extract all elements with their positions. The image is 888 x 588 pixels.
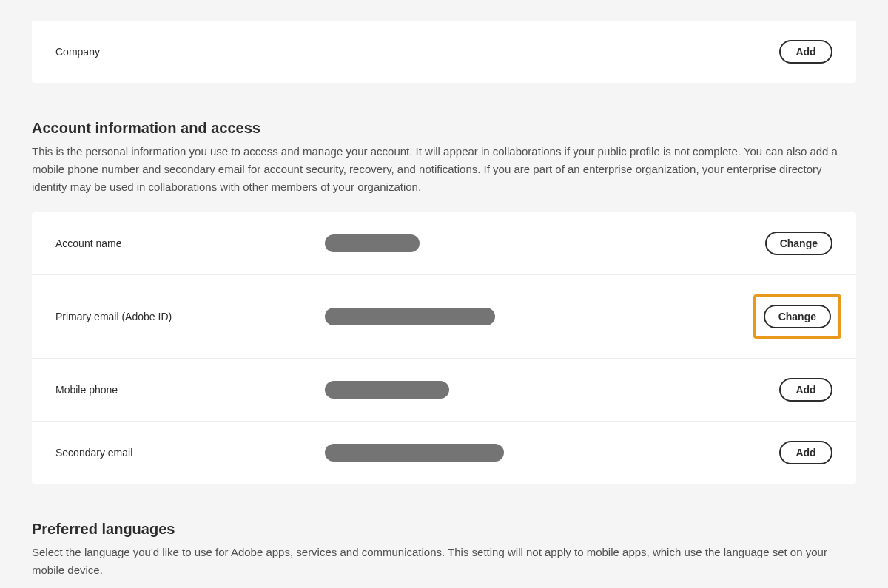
account-info-card: Account name Change Primary email (Adobe… bbox=[32, 212, 856, 484]
company-label: Company bbox=[56, 46, 325, 58]
mobile-phone-add-button[interactable]: Add bbox=[779, 378, 832, 402]
account-name-redacted bbox=[325, 234, 420, 252]
secondary-email-add-button[interactable]: Add bbox=[779, 441, 832, 464]
primary-email-redacted bbox=[325, 308, 495, 325]
account-info-title: Account information and access bbox=[32, 120, 856, 137]
primary-email-highlight: Change bbox=[753, 294, 841, 339]
mobile-phone-row: Mobile phone Add bbox=[32, 358, 856, 421]
mobile-phone-redacted bbox=[325, 381, 449, 399]
mobile-phone-label: Mobile phone bbox=[56, 384, 325, 396]
secondary-email-label: Secondary email bbox=[56, 447, 325, 459]
primary-email-label: Primary email (Adobe ID) bbox=[56, 311, 325, 322]
company-add-button[interactable]: Add bbox=[779, 40, 832, 64]
secondary-email-row: Secondary email Add bbox=[32, 421, 856, 484]
company-row: Company Add bbox=[32, 21, 856, 83]
account-name-label: Account name bbox=[56, 237, 325, 249]
primary-email-row: Primary email (Adobe ID) Change bbox=[32, 274, 856, 358]
account-name-change-button[interactable]: Change bbox=[765, 232, 832, 255]
account-name-value bbox=[325, 234, 765, 252]
account-info-description: This is the personal information you use… bbox=[32, 143, 856, 196]
secondary-email-redacted bbox=[325, 444, 504, 462]
preferred-languages-title: Preferred languages bbox=[32, 521, 856, 538]
primary-email-change-button[interactable]: Change bbox=[764, 305, 831, 328]
primary-email-value bbox=[325, 308, 753, 325]
mobile-phone-value bbox=[325, 381, 779, 399]
company-card: Company Add bbox=[32, 21, 856, 83]
secondary-email-value bbox=[325, 444, 779, 462]
account-name-row: Account name Change bbox=[32, 212, 856, 274]
preferred-languages-description: Select the language you'd like to use fo… bbox=[32, 544, 856, 579]
